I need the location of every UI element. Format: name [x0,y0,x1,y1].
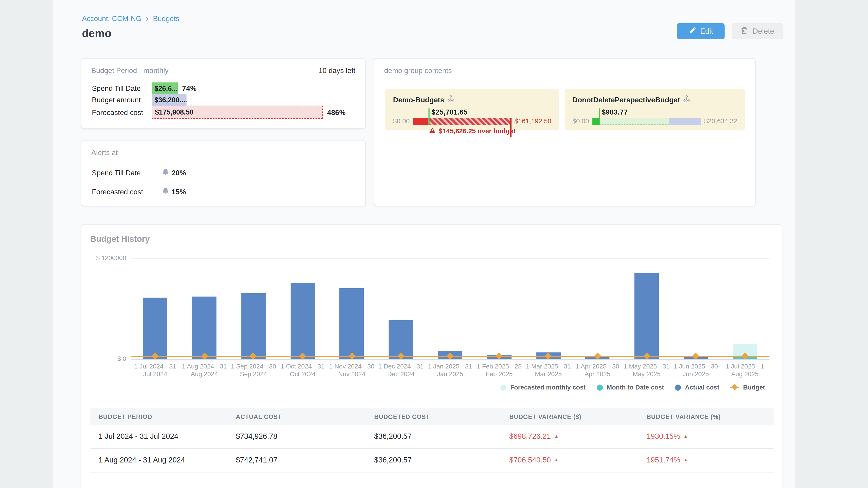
legend-marker-circle [597,384,603,390]
delete-button[interactable]: Delete [732,23,783,39]
x-axis-label-line: 1 Apr 2025 - 30 [571,362,624,370]
table-body: 1 Jul 2024 - 31 Jul 2024$734,926.78$36,2… [90,425,774,473]
table-cell: $734,926.78 [236,432,277,441]
x-axis-label: 1 May 2025 - 31May 2025 [620,362,673,378]
bar-actual-cost[interactable] [634,273,659,359]
alert-threshold: 15% [172,187,186,196]
bell-icon [162,168,169,177]
breadcrumb-budgets-link[interactable]: Budgets [153,14,180,23]
legend-item-month-to-date-cost[interactable]: Month to Date cost [597,384,664,391]
group-budget-demo-budgets[interactable]: Demo-Budgets $0.00 $25,701.65 $161,192.5… [385,89,559,130]
x-axis-label-line: 1 Jul 2025 - 1 [718,362,772,370]
trend-up-icon: ▲ [684,434,688,439]
breadcrumb-account-link[interactable]: Account: CCM-NG [82,14,142,23]
delete-button-label: Delete [752,27,774,35]
budget-marker-value: $25,701.65 [432,107,467,116]
x-axis-label: 1 Apr 2025 - 30Apr 2025 [571,362,624,378]
alert-row-value: 20% [162,168,186,177]
group-budget-donotdelete[interactable]: DonotDeletePerspectiveBudget $0.00 $983.… [565,89,745,130]
x-axis-label: 1 Mar 2025 - 31Mar 2025 [522,362,575,378]
page-title: demo [82,27,112,40]
budget-history-table: BUDGET PERIODACTUAL COSTBUDGETED COSTBUD… [90,408,774,473]
x-axis-label-line: 1 Jul 2024 - 31 [129,362,182,370]
alert-row-label: Spend Till Date [92,168,162,177]
budget-period-row-percent: 486% [327,108,345,117]
budget-marker-line [429,108,430,125]
budget-history-card: Budget History $ 1200000$ 01 Jul 2024 - … [81,224,782,488]
group-contents-card: demo group contents Demo-Budgets $0.00 $… [374,58,756,206]
x-axis-label: 1 Nov 2024 - 30Nov 2024 [325,362,378,378]
budget-bar-segment-solid-green [592,118,599,125]
breadcrumb: Account: CCM-NG › Budgets [82,14,179,23]
bar-actual-cost[interactable] [241,293,266,359]
alerts-title: Alerts at [91,148,118,157]
budget-usage-bar: $983.77 [592,118,701,125]
budget-marker-value: $983.77 [602,107,628,116]
table-cell: $698,726.21▲ [509,432,559,441]
trend-up-icon: ▲ [684,457,688,462]
table-cell: 1 Jul 2024 - 31 Jul 2024 [98,432,178,441]
x-axis-label: 1 Sep 2024 - 30Sep 2024 [227,362,280,378]
table-header-5: BUDGET VARIANCE (%) [647,413,721,420]
table-header-4: BUDGET VARIANCE ($) [509,413,581,420]
table-cell: 1951.74%▲ [647,456,688,464]
bar-max-label: $161,192.50 [515,117,551,125]
hierarchy-icon [683,95,690,104]
chart-legend: Forecasted monthly costMonth to Date cos… [131,384,765,391]
legend-item-actual-cost[interactable]: Actual cost [675,384,719,391]
content-column: Account: CCM-NG › Budgets demo Edit Dele… [53,0,795,488]
x-axis-label-line: 1 Aug 2024 - 31 [178,362,231,370]
budget-period-card: Budget Period - monthly 10 days left Spe… [81,58,366,129]
budget-period-row: Forecasted cost$175,908.50486% [81,106,365,119]
budget-period-title: Budget Period - monthly [91,66,168,75]
group-budget-name-row: Demo-Budgets [393,95,551,104]
budget-period-rows: Spend Till Date$26,6...74%Budget amount$… [81,83,365,119]
table-cell: $36,200.57 [374,432,412,441]
x-axis-label-line: Jun 2025 [669,370,722,378]
table-row: 1 Aug 2024 - 31 Aug 2024$742,741.07$36,2… [90,449,774,473]
table-header-1: BUDGET PERIOD [98,413,152,420]
budget-period-row-label: Forecasted cost [92,108,152,117]
table-row: 1 Jul 2024 - 31 Jul 2024$734,926.78$36,2… [90,425,774,449]
bar-actual-cost[interactable] [143,297,167,359]
days-left-label: 10 days left [318,66,355,75]
alert-threshold: 20% [172,168,186,177]
warning-icon [429,127,435,135]
bar-actual-cost[interactable] [340,288,364,359]
table-cell: $742,741.07 [236,456,277,464]
x-axis-label-line: Mar 2025 [522,370,575,378]
legend-marker-circle [500,384,506,390]
x-axis-label: 1 Dec 2024 - 31Dec 2024 [374,362,428,378]
alert-row-value: 15% [162,187,186,196]
x-axis-label-line: Aug 2025 [718,370,772,378]
breadcrumb-separator-icon: › [146,15,149,22]
x-axis-label-line: 1 Dec 2024 - 31 [374,362,428,370]
budget-green-chip: $26,6... [152,83,178,94]
x-axis-label: 1 Jul 2024 - 31Jul 2024 [129,362,182,378]
table-header-3: BUDGETED COST [374,413,430,420]
x-axis-label-line: May 2025 [620,370,673,378]
alert-row: Forecasted cost15% [81,182,365,201]
x-axis-label-line: Sep 2024 [227,370,280,378]
table-cell: 1 Aug 2024 - 31 Aug 2024 [98,456,185,464]
edit-button[interactable]: Edit [677,23,725,39]
hierarchy-icon [447,95,455,104]
x-axis-label-line: Oct 2024 [276,370,329,378]
bar-actual-cost[interactable] [192,297,217,359]
x-axis-label: 1 Aug 2024 - 31Aug 2024 [178,362,231,378]
alert-row-label: Forecasted cost [92,187,162,196]
legend-item-forecasted-monthly-cost[interactable]: Forecasted monthly cost [500,384,585,391]
table-cell: 1930.15%▲ [647,432,688,441]
budget-period-row-percent: 74% [182,84,197,92]
y-axis-label: $ 1200000 [81,255,126,261]
bar-max-label: $20,634.32 [704,117,737,125]
budget-bar-segment-solid-red [413,118,429,125]
group-budget-bar-row: $0.00 $983.77 $20,634.32 [572,117,737,125]
legend-item-budget[interactable]: Budget [730,384,765,391]
bar-actual-cost[interactable] [290,283,315,359]
overbudget-end-line [510,118,512,137]
gridline [131,309,770,309]
x-axis-label: 1 Jun 2025 - 30Jun 2025 [669,362,722,378]
group-budget-name: Demo-Budgets [393,95,444,104]
x-axis-label-line: Jan 2025 [423,370,476,378]
